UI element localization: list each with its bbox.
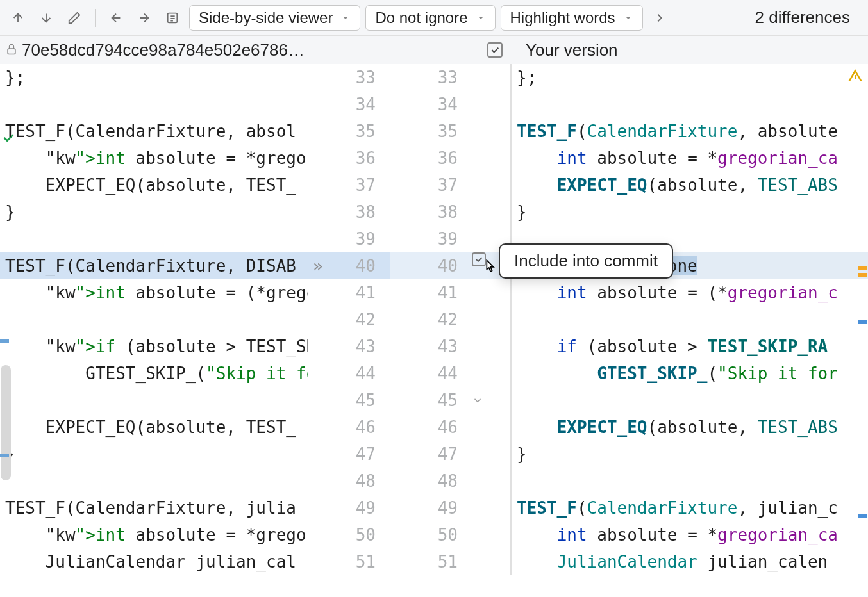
line-number[interactable]: 51: [308, 548, 390, 575]
line-number[interactable]: 50: [390, 521, 472, 548]
line-number[interactable]: 34: [390, 91, 472, 118]
code-line-left[interactable]: GTEST_SKIP_("Skip it fo: [0, 360, 308, 387]
code-line-left[interactable]: }: [0, 441, 308, 468]
line-number[interactable]: 46: [390, 414, 472, 441]
line-number[interactable]: 34: [308, 91, 390, 118]
line-number[interactable]: 36: [390, 145, 472, 172]
code-line-left[interactable]: [0, 225, 308, 252]
line-number[interactable]: 48: [308, 468, 390, 495]
scrollbar-thumb[interactable]: [1, 365, 11, 480]
line-number[interactable]: 33: [308, 64, 390, 91]
line-number[interactable]: 38: [308, 199, 390, 225]
line-number[interactable]: 42: [390, 306, 472, 333]
viewer-mode-dropdown[interactable]: Side-by-side viewer: [189, 5, 360, 31]
line-number[interactable]: 37: [390, 172, 472, 199]
code-line-right[interactable]: int absolute = *gregorian_ca: [512, 521, 868, 548]
warning-marker[interactable]: [858, 273, 867, 277]
line-number[interactable]: 48: [390, 468, 472, 495]
code-line-right[interactable]: TEST_F(CalendarFixture, absolute: [512, 118, 868, 145]
code-line-left[interactable]: TEST_F(CalendarFixture, julia: [0, 495, 308, 521]
line-number[interactable]: 44: [308, 360, 390, 387]
code-line-right[interactable]: [512, 468, 868, 495]
code-line-right[interactable]: EXPECT_EQ(absolute, TEST_ABS: [512, 414, 868, 441]
line-number[interactable]: 44: [390, 360, 472, 387]
line-number[interactable]: 35: [390, 118, 472, 145]
code-line-right[interactable]: };: [512, 64, 868, 91]
gutter-action: [472, 387, 510, 414]
code-line-right[interactable]: EXPECT_EQ(absolute, TEST_ABS: [512, 172, 868, 199]
code-line-right[interactable]: JulianCalendar julian_calen: [512, 548, 868, 575]
line-number[interactable]: 45: [390, 387, 472, 414]
highlight-mode-dropdown[interactable]: Highlight words: [501, 5, 643, 31]
chevron-down-icon[interactable]: [472, 391, 483, 410]
code-line-right[interactable]: [512, 387, 868, 414]
include-all-checkbox[interactable]: [487, 42, 503, 58]
code-line-right[interactable]: [512, 91, 868, 118]
line-number[interactable]: 51: [390, 548, 472, 575]
next-diff-icon[interactable]: [35, 6, 58, 29]
ignore-mode-dropdown[interactable]: Do not ignore: [365, 5, 495, 31]
code-line-right[interactable]: int absolute = (*gregorian_c: [512, 279, 868, 306]
code-line-right[interactable]: }: [512, 441, 868, 468]
code-line-left[interactable]: JulianCalendar julian_cal: [0, 548, 308, 575]
line-number[interactable]: 33: [390, 64, 472, 91]
left-pane[interactable]: };TEST_F(CalendarFixture, absol "kw">int…: [0, 64, 308, 575]
change-marker[interactable]: [858, 514, 867, 518]
line-number[interactable]: 35: [308, 118, 390, 145]
edit-icon[interactable]: [63, 6, 86, 29]
code-line-left[interactable]: EXPECT_EQ(absolute, TEST_: [0, 172, 308, 199]
forward-icon[interactable]: [133, 6, 156, 29]
code-line-right[interactable]: TEST_F(CalendarFixture, julian_c: [512, 495, 868, 521]
code-line-left[interactable]: [0, 91, 308, 118]
code-line-left[interactable]: [0, 468, 308, 495]
your-version-label: Your version: [526, 40, 618, 60]
code-line-left[interactable]: [0, 306, 308, 333]
line-number[interactable]: 39: [308, 225, 390, 252]
gutter-action: [472, 118, 510, 145]
line-number[interactable]: 47: [308, 441, 390, 468]
line-number[interactable]: 46: [308, 414, 390, 441]
code-line-left[interactable]: "kw">int absolute = (*gregoria: [0, 279, 308, 306]
line-number[interactable]: 42: [308, 306, 390, 333]
code-line-right[interactable]: [512, 306, 868, 333]
ignore-mode-label: Do not ignore: [375, 9, 467, 27]
code-line-left[interactable]: [0, 387, 308, 414]
code-line-right[interactable]: GTEST_SKIP_("Skip it for: [512, 360, 868, 387]
warning-marker[interactable]: [858, 266, 867, 270]
change-marker[interactable]: [858, 320, 867, 324]
code-line-left[interactable]: TEST_F(CalendarFixture, DISAB: [0, 252, 308, 279]
line-number[interactable]: 49: [308, 495, 390, 521]
code-line-left[interactable]: "kw">int absolute = *gregorian: [0, 145, 308, 172]
code-line-right[interactable]: int absolute = *gregorian_ca: [512, 145, 868, 172]
line-number[interactable]: 43: [308, 333, 390, 360]
line-number[interactable]: 38: [390, 199, 472, 225]
code-line-left[interactable]: };: [0, 64, 308, 91]
code-line-left[interactable]: EXPECT_EQ(absolute, TEST_: [0, 414, 308, 441]
line-number[interactable]: 43: [390, 333, 472, 360]
back-icon[interactable]: [104, 6, 128, 29]
details-icon[interactable]: [161, 6, 184, 29]
line-number[interactable]: 40: [390, 252, 472, 279]
right-pane[interactable]: };TEST_F(CalendarFixture, absolute int a…: [510, 64, 868, 575]
line-number[interactable]: »40: [308, 252, 390, 279]
code-line-left[interactable]: "kw">if (absolute > TEST_SKIP_: [0, 333, 308, 360]
line-number[interactable]: 36: [308, 145, 390, 172]
line-number[interactable]: 37: [308, 172, 390, 199]
code-line-right[interactable]: if (absolute > TEST_SKIP_RA: [512, 333, 868, 360]
gutter-actions: [472, 64, 510, 575]
line-number[interactable]: 41: [390, 279, 472, 306]
marker-strip[interactable]: [856, 128, 868, 597]
line-number[interactable]: 47: [390, 441, 472, 468]
prev-diff-icon[interactable]: [6, 6, 29, 29]
code-line-left[interactable]: "kw">int absolute = *gregorian: [0, 521, 308, 548]
line-number[interactable]: 50: [308, 521, 390, 548]
expand-chevron-icon[interactable]: [648, 6, 671, 29]
line-number[interactable]: 39: [390, 225, 472, 252]
line-number[interactable]: 45: [308, 387, 390, 414]
code-line-right[interactable]: }: [512, 199, 868, 225]
code-line-left[interactable]: }: [0, 199, 308, 225]
line-number[interactable]: 49: [390, 495, 472, 521]
line-number[interactable]: 41: [308, 279, 390, 306]
warning-icon[interactable]: [847, 68, 863, 87]
code-line-left[interactable]: TEST_F(CalendarFixture, absol: [0, 118, 308, 145]
